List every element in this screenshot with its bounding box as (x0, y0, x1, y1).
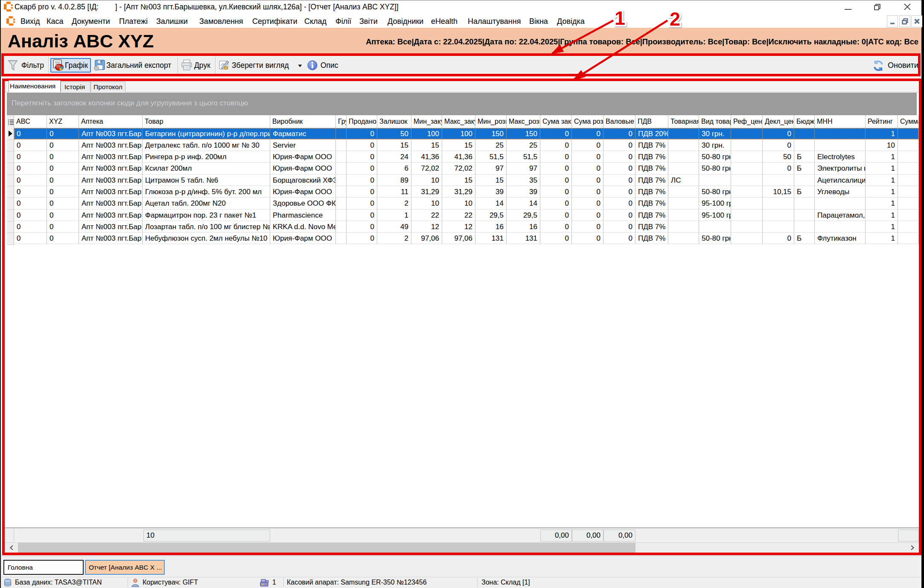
svg-text:1: 1 (615, 7, 625, 29)
svg-text:2: 2 (670, 8, 680, 30)
